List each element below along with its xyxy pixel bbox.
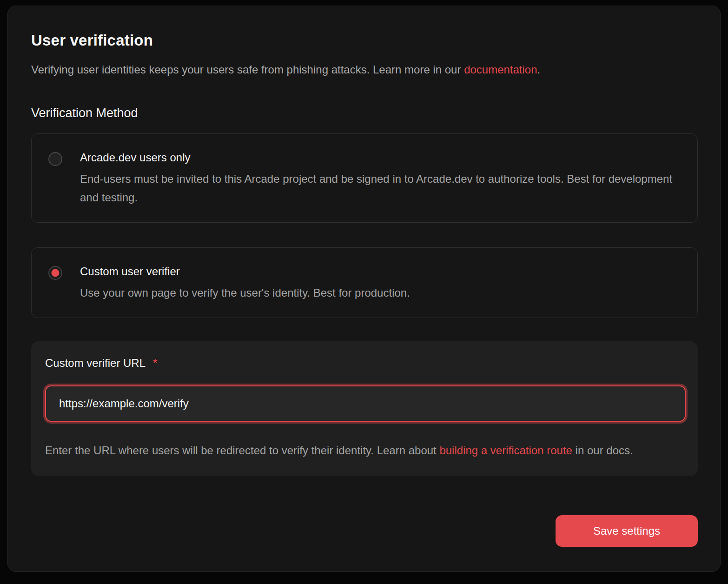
option-custom-user-verifier-text: Custom user verifier Use your own page t… [80, 264, 410, 302]
page-title: User verification [31, 31, 697, 50]
option-description: End-users must be invited to this Arcade… [80, 170, 681, 207]
custom-verifier-url-help: Enter the URL where users will be redire… [45, 441, 682, 460]
radio-arcade-users-only[interactable] [48, 152, 62, 166]
option-arcade-users-only[interactable]: Arcade.dev users only End-users must be … [31, 133, 698, 223]
help-text: Enter the URL where users will be redire… [45, 444, 439, 457]
radio-custom-user-verifier[interactable] [48, 266, 62, 280]
user-verification-settings-card: User verification Verifying user identit… [7, 6, 721, 572]
page-description-period: . [537, 63, 541, 76]
verification-method-heading: Verification Method [31, 106, 697, 120]
option-label: Custom user verifier [80, 264, 410, 279]
option-arcade-users-only-text: Arcade.dev users only End-users must be … [80, 150, 681, 207]
building-verification-route-link[interactable]: building a verification route [439, 444, 572, 457]
option-description: Use your own page to verify the user's i… [80, 284, 410, 302]
option-custom-user-verifier[interactable]: Custom user verifier Use your own page t… [31, 247, 698, 318]
custom-verifier-url-input[interactable] [45, 385, 686, 422]
option-label: Arcade.dev users only [80, 150, 681, 165]
custom-verifier-url-label: Custom verifier URL [45, 357, 146, 370]
page-description: Verifying user identities keeps your use… [31, 61, 697, 78]
footer-actions: Save settings [31, 515, 698, 547]
documentation-link[interactable]: documentation [464, 63, 537, 76]
page-description-text: Verifying user identities keeps your use… [31, 63, 464, 76]
custom-verifier-url-panel: Custom verifier URL * Enter the URL wher… [31, 341, 698, 476]
required-asterisk: * [153, 357, 157, 370]
help-text-end: in our docs. [572, 444, 633, 457]
save-settings-button[interactable]: Save settings [556, 515, 698, 547]
custom-verifier-url-label-row: Custom verifier URL * [45, 357, 684, 370]
